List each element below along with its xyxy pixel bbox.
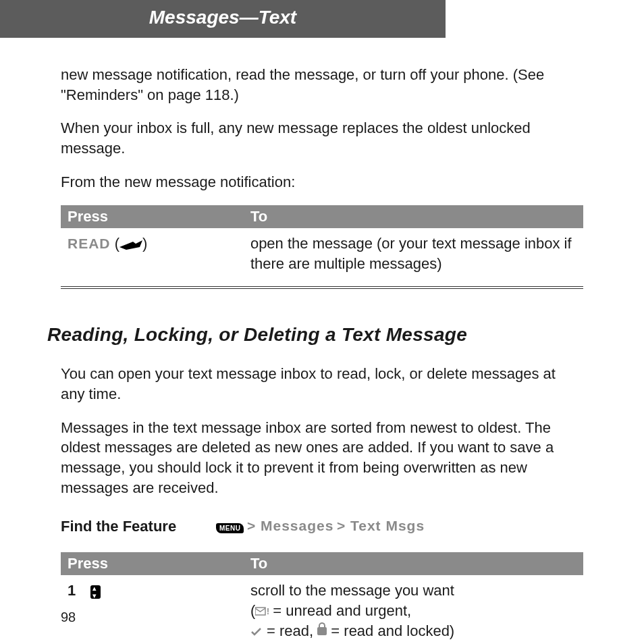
- page-content: new message notification, read the messa…: [0, 38, 644, 644]
- t1-head-press: Press: [61, 205, 244, 228]
- page-number: 98: [61, 610, 76, 625]
- path-text-msgs: Text Msgs: [350, 518, 425, 533]
- close-paren: ): [142, 235, 147, 252]
- path-sep-2: >: [337, 518, 350, 533]
- menu-path-container: MENU > Messages > Text Msgs: [216, 518, 425, 534]
- table-row: 1 scroll to the message you want (! = un…: [61, 575, 583, 644]
- open-paren: (: [115, 235, 119, 252]
- step1-b1: = unread and urgent,: [269, 602, 411, 619]
- step1-b2: = read,: [263, 622, 317, 639]
- find-the-feature: Find the Feature MENU > Messages > Text …: [61, 518, 583, 535]
- t1-row1-to: open the message (or your text message i…: [244, 228, 583, 279]
- path-sep-1: >: [247, 518, 261, 533]
- right-softkey-icon: [119, 240, 142, 250]
- find-feature-label: Find the Feature: [61, 518, 216, 535]
- section-heading: Reading, Locking, or Deleting a Text Mes…: [47, 323, 583, 347]
- header-title: Messages—Text: [149, 7, 296, 28]
- t2-head-press: Press: [61, 552, 244, 575]
- table-2: Press To 1 scroll to the message you wan…: [61, 552, 583, 644]
- table-row: READ () open the message (or your text m…: [61, 228, 583, 279]
- step1-b3: = read and locked): [327, 622, 454, 639]
- menu-key-icon: MENU: [216, 523, 244, 533]
- unread-urgent-icon: !: [255, 607, 269, 616]
- intro-p1: new message notification, read the messa…: [61, 65, 583, 105]
- read-softkey-label: READ: [68, 236, 111, 251]
- t1-head-to: To: [244, 205, 583, 228]
- paren-open: (: [250, 602, 255, 619]
- header-bar: Messages—Text: [0, 0, 446, 38]
- checkmark-read-icon: [250, 627, 263, 637]
- table-rule: [61, 286, 583, 289]
- step-1-num: 1: [68, 581, 82, 601]
- lock-icon: [317, 627, 327, 635]
- body-p2: Messages in the text message inbox are s…: [61, 418, 583, 498]
- body-p1: You can open your text message inbox to …: [61, 364, 583, 404]
- intro-p3: From the new message notification:: [61, 172, 583, 192]
- step1-to-a: scroll to the message you want: [250, 582, 454, 599]
- scroll-key-icon: [90, 585, 101, 599]
- table-1: Press To READ () open the message (or yo…: [61, 205, 583, 279]
- intro-p2: When your inbox is full, any new message…: [61, 118, 583, 158]
- path-messages: Messages: [261, 518, 333, 533]
- t2-head-to: To: [244, 552, 583, 575]
